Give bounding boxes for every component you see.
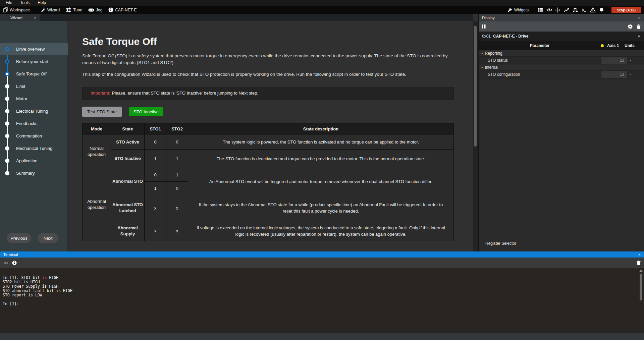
scroll-up-arrow-icon[interactable]: [639, 270, 643, 272]
workspace-icon: [3, 7, 8, 12]
registers-table-button[interactable]: [536, 6, 545, 14]
tune-button[interactable]: Tune: [63, 6, 85, 14]
pause-icon[interactable]: [482, 24, 486, 29]
scope-chart-button[interactable]: [562, 6, 571, 14]
wizard-icon: [40, 7, 46, 13]
toolbar-separator: [35, 7, 35, 12]
table-icon: [538, 8, 543, 12]
table-header-row: Mode State STO1 STO2 State description: [83, 123, 454, 135]
main-scrollbar[interactable]: [473, 21, 478, 251]
group-reporting[interactable]: ▾ Reporting: [479, 50, 644, 57]
param-row-sto-configuration[interactable]: STO configuration 13 -: [479, 71, 644, 78]
stop-button[interactable]: Stop (F12): [611, 7, 641, 13]
sidebar-item-summary[interactable]: Summary: [0, 167, 68, 179]
scrollbar-thumb[interactable]: [474, 26, 477, 147]
gear-icon[interactable]: [628, 24, 633, 29]
terminal-highlight: is: [42, 275, 47, 280]
tab-wizard[interactable]: Wizard ×: [0, 14, 40, 21]
previous-button[interactable]: Previous: [7, 233, 31, 243]
terminal-icon: [581, 8, 587, 12]
motion-move-button[interactable]: [553, 6, 562, 14]
trash-icon[interactable]: [637, 24, 641, 29]
desc-cell: An Abnormal STO event will be triggered …: [188, 168, 454, 195]
workspace-button[interactable]: Workspace: [0, 6, 33, 14]
sidebar-item-commutation[interactable]: Commutation: [0, 130, 68, 142]
terminal-scrollbar[interactable]: [639, 270, 643, 330]
display-title: Display: [482, 16, 495, 20]
chevron-down-icon: ▾: [481, 52, 483, 55]
step-dot: [5, 134, 9, 138]
column-axis: Axis 1: [607, 43, 625, 48]
sto2-cell: 1: [166, 168, 188, 181]
param-row-sto-status[interactable]: STO status 23 -: [479, 57, 644, 64]
step-label: Drive overview: [16, 47, 45, 52]
important-note: Important: Please, ensure that STO state…: [82, 87, 454, 100]
group-internal[interactable]: ▾ Internal: [479, 64, 644, 71]
close-icon[interactable]: ×: [638, 252, 641, 257]
important-text: Please, ensure that STO state is 'STO In…: [112, 91, 259, 96]
trash-icon[interactable]: [637, 261, 641, 265]
test-sto-state-button[interactable]: Test STO State: [82, 107, 122, 117]
menu-help[interactable]: Help: [34, 0, 50, 6]
wizard-button[interactable]: Wizard: [37, 6, 63, 14]
device-button[interactable]: CAP-NET-E: [105, 6, 140, 14]
step-dot: [5, 121, 9, 126]
table-row: STO Inactive 1 1 The STO function is dea…: [83, 149, 454, 168]
sidebar-item-application[interactable]: Application: [0, 155, 68, 167]
chevron-down-icon[interactable]: ▼: [637, 35, 641, 38]
sidebar-item-limit[interactable]: Limit: [0, 80, 68, 93]
sto1-cell: x: [145, 195, 166, 221]
jog-icon: [88, 8, 94, 12]
step-dot: [5, 109, 9, 113]
sidebar-item-mechanical-tuning[interactable]: Mechanical Tuning: [0, 142, 68, 155]
sto2-cell: x: [166, 195, 188, 221]
terminal-prompt[interactable]: In [1]:: [3, 302, 644, 306]
menu-file[interactable]: File: [2, 0, 16, 6]
wizard-stepper: Drive overview Before your start Safe To…: [0, 43, 68, 180]
close-icon[interactable]: ×: [638, 15, 641, 20]
monitor-eye-button[interactable]: [545, 6, 553, 14]
header-sto2: STO2: [166, 123, 188, 135]
sidebar-item-safe-torque-off[interactable]: Safe Torque Off: [0, 68, 68, 80]
workspace-label: Workspace: [10, 8, 30, 12]
register-selector-label[interactable]: Register Selector: [485, 241, 516, 246]
notifications-bell-button[interactable]: [597, 6, 606, 14]
terminal-toolbar: [0, 258, 644, 268]
close-icon[interactable]: ×: [34, 15, 36, 20]
step-dot: [5, 146, 9, 151]
faults-warning-button[interactable]: [588, 6, 597, 14]
sidebar-item-electrical-tuning[interactable]: Electrical Tuning: [0, 105, 68, 117]
tune-icon: [66, 7, 71, 12]
eye-icon[interactable]: [3, 261, 8, 265]
jog-button[interactable]: Jog: [85, 6, 105, 14]
warning-icon: [590, 7, 596, 12]
step-label: Summary: [16, 171, 35, 176]
sidebar-item-drive-overview[interactable]: Drive overview: [0, 43, 68, 55]
sto2-cell: 0: [166, 135, 188, 149]
step-label: Mechanical Tuning: [16, 146, 52, 151]
widgets-button[interactable]: Widgets: [504, 6, 532, 14]
drive-selector-row[interactable]: 0x01 CAP-NET-E - Drive ▼: [479, 32, 644, 41]
column-units: Units: [625, 43, 644, 48]
param-name: STO status: [479, 58, 601, 63]
display-toolbar: [479, 21, 644, 32]
menu-tools[interactable]: Tools: [16, 0, 33, 6]
wrench-icon: [507, 7, 513, 12]
signal-wave-button[interactable]: [571, 6, 580, 14]
terminal-button[interactable]: [580, 6, 588, 14]
param-units: -: [627, 72, 644, 77]
terminal-bottom-strip: [0, 333, 644, 340]
sidebar-item-motor[interactable]: Motor: [0, 93, 68, 105]
sidebar-item-before-your-start[interactable]: Before your start: [0, 55, 68, 68]
next-button[interactable]: Next: [38, 233, 58, 243]
param-value: 23: [601, 57, 627, 64]
step-label: Before your start: [16, 59, 48, 64]
step-dot: [5, 47, 9, 51]
state-cell: STO Inactive: [111, 149, 145, 168]
info-icon[interactable]: [12, 261, 17, 265]
sto1-cell: 0: [145, 168, 166, 181]
header-state: State: [111, 123, 145, 135]
group-label: Reporting: [485, 51, 502, 56]
scrollbar-thumb[interactable]: [640, 274, 642, 300]
sidebar-item-feedbacks[interactable]: Feedbacks: [0, 117, 68, 130]
